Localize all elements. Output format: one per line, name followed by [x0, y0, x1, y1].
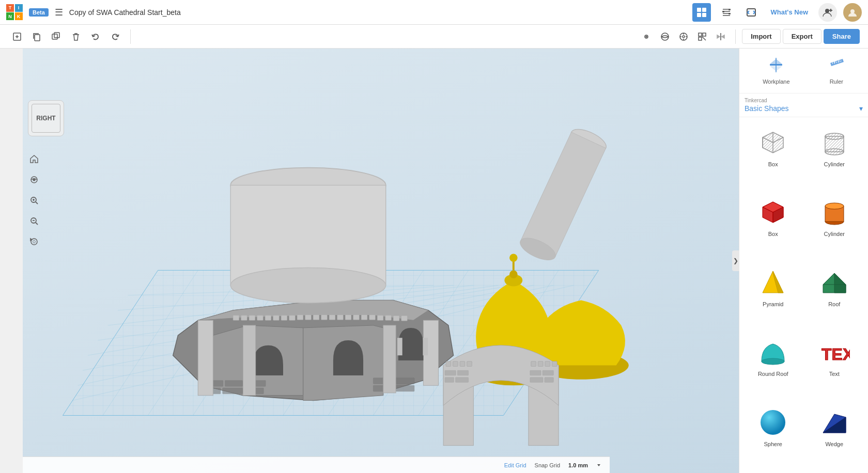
tools-button[interactable] — [717, 3, 736, 22]
svg-point-12 — [850, 9, 855, 13]
add-user-button[interactable] — [818, 3, 837, 22]
shape-pyramid-yellow[interactable]: Pyramid — [743, 261, 803, 329]
toolbar-separator-2 — [735, 29, 736, 44]
svg-rect-121 — [445, 370, 456, 375]
whats-new-button[interactable]: What's New — [767, 8, 812, 16]
svg-point-63 — [230, 268, 385, 303]
tinkercad-logo[interactable]: T I N K — [6, 4, 23, 21]
home-view-button[interactable] — [25, 150, 43, 168]
svg-rect-1 — [702, 8, 706, 12]
profile-button[interactable] — [843, 3, 862, 22]
new-object-button[interactable] — [8, 28, 26, 45]
canvas-area[interactable]: RIGHT — [23, 49, 739, 473]
workplane-icon — [768, 57, 784, 76]
document-title[interactable]: Copy of SWA Cathedral Start_beta — [69, 8, 181, 17]
svg-point-106 — [509, 254, 518, 262]
edit-grid-label[interactable]: Edit Grid — [504, 462, 526, 468]
mirror-view-button[interactable] — [712, 28, 729, 45]
shape-sphere-blue-icon — [756, 406, 789, 439]
shape-box-gray-icon — [756, 126, 789, 159]
svg-line-135 — [834, 61, 835, 64]
panel-collapse-button[interactable]: ❯ — [732, 250, 739, 271]
redo-button[interactable] — [106, 28, 124, 45]
library-dropdown-icon: ▾ — [859, 104, 863, 113]
shape-wedge-navy[interactable]: Wedge — [805, 401, 864, 469]
svg-rect-120 — [552, 361, 557, 367]
zoom-in-button[interactable] — [25, 191, 43, 210]
shape-cylinder-orange[interactable]: Cylinder — [805, 191, 864, 259]
shape-pyramid-yellow-icon — [756, 266, 789, 299]
shape-cylinder-gray[interactable]: Cylinder — [805, 121, 864, 189]
duplicate-button[interactable] — [48, 28, 65, 45]
align-view-button[interactable] — [694, 28, 710, 45]
collapse-arrow-icon: ❯ — [733, 257, 738, 264]
svg-rect-2 — [697, 13, 701, 17]
scene-svg[interactable] — [23, 49, 739, 473]
zoom-out-button[interactable] — [25, 212, 43, 230]
svg-marker-161 — [834, 273, 846, 293]
shape-text-red[interactable]: TEXT Text — [805, 331, 864, 399]
library-header: Tinkercad Basic Shapes ▾ — [739, 93, 868, 117]
beta-badge: Beta — [29, 8, 49, 17]
orbit-button[interactable] — [25, 170, 43, 189]
ruler-label: Ruler — [830, 78, 843, 85]
ruler-button[interactable]: Ruler — [823, 54, 850, 88]
svg-rect-16 — [35, 35, 40, 41]
svg-rect-66 — [249, 316, 255, 321]
svg-rect-71 — [289, 316, 296, 321]
svg-rect-78 — [345, 315, 351, 320]
svg-rect-67 — [257, 316, 264, 321]
shape-roof-green-label: Roof — [828, 301, 840, 307]
left-nav — [23, 97, 45, 473]
svg-rect-90 — [223, 388, 243, 394]
shape-sphere-blue[interactable]: Sphere — [743, 401, 803, 469]
shape-cylinder-gray-label: Cylinder — [824, 161, 845, 167]
rp-tools-row: Workplane Ruler — [739, 49, 868, 93]
snap-dropdown-icon[interactable] — [596, 463, 601, 468]
share-button[interactable]: Share — [824, 29, 860, 44]
shape-box-gray-label: Box — [768, 161, 778, 167]
svg-rect-127 — [530, 377, 543, 383]
shape-roundroof-teal-icon — [756, 336, 789, 369]
svg-point-20 — [646, 36, 647, 37]
svg-rect-96 — [198, 320, 213, 395]
svg-rect-26 — [699, 37, 702, 40]
svg-rect-76 — [329, 315, 335, 320]
svg-rect-109 — [521, 132, 606, 257]
code-blocks-button[interactable] — [742, 3, 761, 22]
pan-view-button[interactable] — [675, 28, 692, 45]
grid-view-button[interactable] — [692, 3, 711, 22]
svg-rect-79 — [353, 315, 360, 320]
snap-grid-label: Snap Grid — [535, 462, 561, 468]
import-button[interactable]: Import — [742, 29, 780, 44]
viewcube-face[interactable]: RIGHT — [28, 100, 64, 136]
export-button[interactable]: Export — [783, 29, 822, 44]
viewcube[interactable]: RIGHT — [28, 100, 64, 136]
orbit-view-button[interactable] — [657, 28, 673, 45]
svg-rect-17 — [52, 34, 57, 39]
shape-roof-green[interactable]: Roof — [805, 261, 864, 329]
workplane-button[interactable]: Workplane — [757, 54, 795, 88]
copy-button[interactable] — [28, 28, 45, 45]
point-view-button[interactable] — [638, 28, 655, 45]
svg-rect-93 — [395, 378, 414, 384]
svg-rect-101 — [423, 338, 428, 355]
shape-box-gray[interactable]: Box — [743, 121, 803, 189]
svg-rect-77 — [337, 315, 344, 320]
statusbar: Edit Grid Snap Grid 1.0 mm — [23, 456, 610, 473]
shape-box-red[interactable]: Box — [743, 191, 803, 259]
svg-rect-24 — [699, 33, 702, 36]
svg-point-104 — [509, 270, 518, 278]
delete-button[interactable] — [67, 28, 85, 45]
library-name: Basic Shapes — [745, 104, 789, 113]
snap-grid-value[interactable]: 1.0 mm — [568, 462, 588, 468]
svg-rect-114 — [453, 361, 458, 367]
svg-rect-70 — [281, 316, 287, 321]
shape-sphere-blue-label: Sphere — [764, 441, 782, 447]
reset-view-button[interactable] — [25, 232, 43, 251]
svg-rect-69 — [273, 316, 280, 321]
undo-button[interactable] — [87, 28, 104, 45]
shape-roundroof-teal[interactable]: Round Roof — [743, 331, 803, 399]
library-select[interactable]: Basic Shapes ▾ — [745, 104, 863, 113]
svg-rect-25 — [703, 33, 706, 36]
